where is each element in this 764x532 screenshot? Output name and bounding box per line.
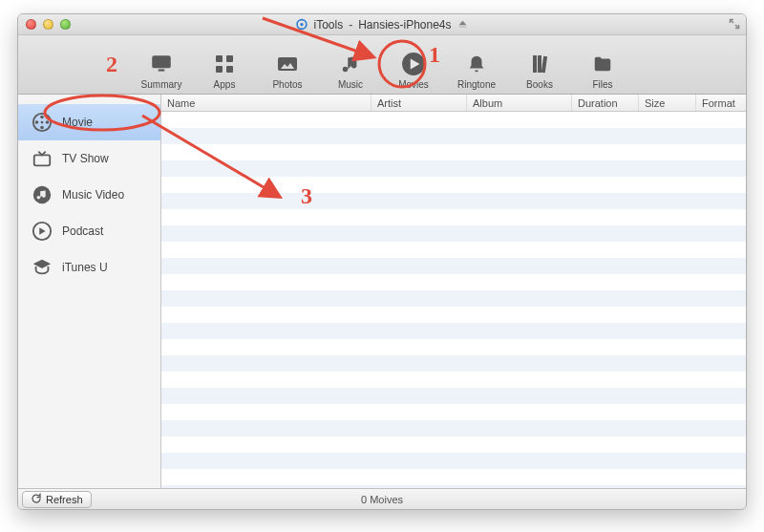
refresh-button[interactable]: Refresh	[22, 491, 92, 508]
files-icon	[589, 51, 616, 77]
status-count: 0 Moives	[361, 494, 403, 505]
table-row	[161, 339, 746, 355]
toolbar-music[interactable]: Music	[329, 51, 372, 90]
window-title: iTools - Hansies-iPhone4s	[295, 18, 468, 32]
sidebar-item-tvshow[interactable]: TV Show	[18, 140, 160, 177]
title-app: iTools	[313, 18, 343, 32]
svg-rect-12	[541, 56, 547, 73]
sidebar-item-musicvideo[interactable]: Music Video	[18, 177, 160, 213]
svg-point-15	[46, 120, 50, 124]
music-video-icon	[32, 184, 53, 205]
col-artist[interactable]: Artist	[371, 95, 467, 111]
fullscreen-button[interactable]	[729, 18, 740, 30]
table-row	[161, 388, 746, 404]
svg-point-14	[40, 116, 44, 119]
table-row	[161, 209, 746, 225]
podcast-icon	[32, 221, 53, 242]
titlebar: iTools - Hansies-iPhone4s	[18, 14, 746, 35]
table-row	[161, 193, 746, 209]
refresh-icon	[31, 493, 42, 506]
toolbar-ringtone[interactable]: Ringtone	[455, 51, 499, 90]
itunes-u-icon	[32, 257, 53, 278]
table-row	[161, 404, 746, 420]
svg-rect-7	[226, 66, 233, 73]
books-icon	[526, 51, 553, 77]
table-row	[161, 372, 746, 388]
table-row	[161, 323, 746, 339]
toolbar-movies[interactable]: Movies	[392, 51, 435, 90]
summary-icon	[148, 51, 175, 77]
svg-rect-4	[216, 55, 223, 62]
sidebar-item-label: iTunes U	[62, 261, 108, 274]
statusbar: Refresh 0 Moives	[18, 488, 746, 509]
sync-icon	[295, 18, 308, 31]
table-row	[161, 307, 746, 323]
svg-rect-5	[226, 55, 233, 62]
table-row	[161, 469, 746, 485]
main-area: Movie TV Show Music Video Podcast	[18, 95, 746, 488]
svg-rect-11	[538, 55, 541, 73]
close-button[interactable]	[26, 19, 36, 30]
svg-rect-2	[152, 55, 171, 68]
svg-point-1	[300, 23, 303, 26]
window-controls	[18, 19, 71, 30]
toolbar-apps[interactable]: Apps	[202, 51, 246, 90]
col-format[interactable]: Format	[696, 95, 746, 111]
col-size[interactable]: Size	[639, 95, 696, 111]
music-icon	[337, 51, 364, 77]
apps-icon	[211, 51, 238, 77]
minimize-button[interactable]	[43, 19, 53, 30]
table-row	[161, 225, 746, 242]
rows-area[interactable]	[161, 112, 746, 488]
ringtone-icon	[463, 51, 490, 77]
movies-icon	[400, 51, 427, 77]
title-device: Hansies-iPhone4s	[358, 18, 451, 32]
toolbar-files[interactable]: Files	[581, 51, 625, 90]
table-row	[161, 112, 746, 128]
col-duration[interactable]: Duration	[572, 95, 639, 111]
svg-rect-10	[533, 55, 537, 73]
table-row	[161, 420, 746, 436]
svg-point-16	[40, 126, 44, 130]
table-row	[161, 290, 746, 307]
toolbar-books[interactable]: Books	[518, 51, 562, 90]
svg-rect-6	[216, 66, 223, 73]
col-name[interactable]: Name	[161, 95, 371, 111]
table-row	[161, 144, 746, 160]
sidebar-item-label: Podcast	[62, 224, 103, 238]
photos-icon	[274, 51, 301, 77]
table-row	[161, 436, 746, 453]
column-headers: Name Artist Album Duration Size Format	[161, 95, 746, 112]
table-row	[161, 274, 746, 290]
title-sep: -	[349, 18, 352, 32]
table-row	[161, 128, 746, 144]
tv-icon	[32, 148, 53, 169]
toolbar-photos[interactable]: Photos	[265, 51, 309, 90]
table-row	[161, 453, 746, 469]
sidebar: Movie TV Show Music Video Podcast	[18, 95, 161, 488]
table-row	[161, 160, 746, 177]
svg-point-18	[41, 121, 44, 124]
sidebar-item-itunesu[interactable]: iTunes U	[18, 249, 160, 286]
sidebar-item-label: TV Show	[62, 152, 109, 165]
table-row	[161, 355, 746, 372]
app-window: iTools - Hansies-iPhone4s Summary Apps	[17, 13, 747, 510]
eject-icon[interactable]	[457, 19, 469, 31]
sidebar-item-label: Music Video	[62, 188, 124, 202]
movie-reel-icon	[32, 112, 53, 133]
table-row	[161, 258, 746, 274]
refresh-label: Refresh	[46, 494, 83, 505]
toolbar-summary[interactable]: Summary	[139, 51, 183, 90]
toolbar: Summary Apps Photos Music Movies	[18, 35, 746, 95]
col-album[interactable]: Album	[467, 95, 572, 111]
sidebar-item-movie[interactable]: Movie	[18, 104, 160, 140]
zoom-button[interactable]	[60, 19, 71, 30]
svg-rect-19	[34, 155, 51, 165]
sidebar-item-label: Movie	[62, 116, 93, 129]
content-pane: Name Artist Album Duration Size Format	[161, 95, 746, 488]
table-row	[161, 242, 746, 258]
svg-point-17	[35, 120, 39, 124]
svg-rect-3	[159, 69, 165, 71]
table-row	[161, 177, 746, 193]
sidebar-item-podcast[interactable]: Podcast	[18, 213, 160, 249]
